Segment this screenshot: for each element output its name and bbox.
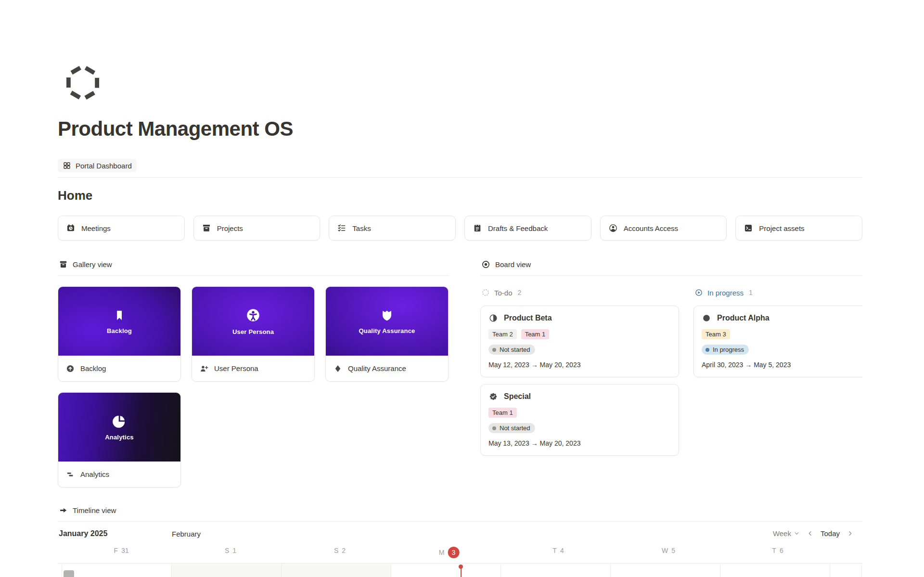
project-assets-button[interactable]: Project assets bbox=[735, 216, 862, 241]
terminal-icon bbox=[744, 223, 753, 233]
tasks-button[interactable]: Tasks bbox=[329, 216, 456, 241]
timeline-grid[interactable] bbox=[58, 563, 862, 577]
timeline-day: S1 bbox=[225, 547, 236, 554]
status-dot bbox=[492, 426, 496, 430]
week-zoom-dropdown[interactable]: Week bbox=[773, 529, 800, 538]
notepad-icon bbox=[473, 223, 482, 233]
board-card-title: Product Alpha bbox=[717, 314, 770, 322]
grid-line bbox=[830, 564, 830, 577]
board-card-title-row: Product Alpha bbox=[702, 313, 862, 323]
chevron-left-icon[interactable] bbox=[807, 530, 814, 537]
gallery-card-user-persona[interactable]: User Persona User Persona bbox=[192, 286, 315, 382]
person-circle-icon bbox=[608, 223, 618, 233]
gallery-cover: Backlog bbox=[58, 287, 180, 356]
chevron-right-icon[interactable] bbox=[847, 530, 854, 537]
timeline-month-primary: January 2025 bbox=[59, 529, 107, 538]
board-card-title-row: Product Beta bbox=[488, 313, 671, 323]
grid-line bbox=[391, 564, 391, 577]
status-dot bbox=[492, 348, 496, 352]
gallery-card-quality-assurance[interactable]: Quality Assurance Quality Assurance bbox=[325, 286, 449, 382]
board-column-header-todo[interactable]: To-do 2 bbox=[480, 288, 679, 297]
grid-line bbox=[720, 564, 720, 577]
quick-link-label: Project assets bbox=[759, 224, 804, 232]
cover-label: Analytics bbox=[105, 434, 134, 441]
drafts-feedback-button[interactable]: Drafts & Feedback bbox=[464, 216, 591, 241]
checklist-icon bbox=[337, 223, 346, 233]
board-card-special[interactable]: Special Team 1 Not started bbox=[480, 384, 679, 456]
grid-line bbox=[171, 564, 172, 577]
timeline-section: Timeline view January 2025 February Week… bbox=[58, 504, 862, 577]
board-view-header[interactable]: Board view bbox=[480, 258, 862, 276]
accessibility-icon bbox=[245, 307, 261, 323]
projects-button[interactable]: Projects bbox=[193, 216, 321, 241]
gallery-cover: Quality Assurance bbox=[326, 287, 448, 356]
board-column-todo: To-do 2 bbox=[480, 288, 679, 456]
grid-line bbox=[500, 564, 501, 577]
gallery-cover: User Persona bbox=[192, 287, 314, 356]
today-marker-line bbox=[461, 568, 462, 577]
date-range: May 12, 2023 → May 20, 2023 bbox=[488, 361, 671, 369]
board-column-header-in-progress[interactable]: In progress 1 bbox=[693, 288, 862, 297]
timeline-view-header[interactable]: Timeline view bbox=[58, 504, 862, 522]
chevron-down-icon bbox=[794, 530, 800, 537]
cover-label: Backlog bbox=[107, 327, 132, 334]
board-column-name: To-do bbox=[494, 289, 513, 297]
board-card-title-row: Special bbox=[488, 392, 671, 401]
gallery-view-header[interactable]: Gallery view bbox=[58, 258, 449, 276]
page-title: Product Management OS bbox=[58, 117, 862, 141]
tag: Team 3 bbox=[702, 329, 730, 339]
quick-link-label: Meetings bbox=[81, 224, 111, 232]
board-card-product-beta[interactable]: Product Beta Team 2 Team 1 Not started bbox=[480, 306, 679, 377]
meetings-button[interactable]: Meetings bbox=[58, 216, 185, 241]
tag-row: Team 3 bbox=[702, 329, 862, 339]
timeline-view-label: Timeline view bbox=[73, 506, 116, 514]
shield-icon bbox=[380, 308, 394, 322]
cover-label: Quality Assurance bbox=[359, 327, 415, 334]
tab-portal-dashboard[interactable]: Portal Dashboard bbox=[58, 159, 137, 172]
timeline-day-today: M3 bbox=[439, 547, 460, 558]
grid-line bbox=[861, 564, 862, 577]
timeline-day: W5 bbox=[662, 547, 675, 554]
status-badge: Not started bbox=[488, 345, 535, 355]
board-card-product-alpha[interactable]: Product Alpha Team 3 In progress bbox=[693, 306, 862, 377]
calendar-clock-icon bbox=[66, 223, 76, 233]
seal-check-icon bbox=[488, 392, 498, 401]
bar-chart-icon bbox=[65, 470, 75, 479]
tag: Team 1 bbox=[488, 408, 517, 418]
gallery-card-analytics[interactable]: Analytics Analytics bbox=[58, 392, 181, 487]
gallery-card-title: Backlog bbox=[80, 364, 106, 372]
page-logo bbox=[58, 0, 862, 102]
accounts-access-button[interactable]: Accounts Access bbox=[600, 216, 727, 241]
hexagon-logo-icon bbox=[58, 64, 862, 102]
gallery-card-title: Analytics bbox=[80, 470, 109, 478]
timeline-date-row: F31 S1 S2 M3 T4 W5 T6 bbox=[58, 546, 862, 561]
gallery-card-backlog[interactable]: Backlog Backlog bbox=[58, 286, 181, 382]
gallery-grid: Backlog Backlog bbox=[58, 286, 449, 487]
divider bbox=[58, 177, 862, 178]
timeline-day: T6 bbox=[772, 547, 783, 554]
timeline-item-stub[interactable] bbox=[64, 570, 74, 577]
timeline-day: F31 bbox=[114, 547, 128, 554]
gallery-card-title: Quality Assurance bbox=[348, 364, 406, 372]
board-section: Board view To-do 2 bbox=[480, 258, 862, 487]
timeline-month-row: January 2025 February Week Today bbox=[58, 526, 862, 543]
tab-label: Portal Dashboard bbox=[76, 162, 132, 170]
arrow-up-circle-icon bbox=[65, 364, 75, 373]
quick-links-row: Meetings Projects Tasks bbox=[58, 216, 862, 241]
today-button[interactable]: Today bbox=[821, 529, 840, 538]
tag: Team 2 bbox=[488, 329, 517, 339]
gallery-cover: Analytics bbox=[58, 393, 180, 462]
today-badge: 3 bbox=[448, 547, 459, 558]
tab-row: Portal Dashboard bbox=[58, 159, 862, 172]
archive-box-icon bbox=[59, 260, 68, 269]
grid-line bbox=[62, 564, 62, 577]
bookmark-icon bbox=[112, 308, 127, 322]
section-title: Home bbox=[58, 188, 862, 203]
arrow-right-icon bbox=[59, 506, 68, 515]
board-column-count: 2 bbox=[518, 289, 522, 296]
status-badge: In progress bbox=[702, 345, 749, 355]
board-columns: To-do 2 bbox=[480, 288, 862, 456]
dashed-circle-icon bbox=[481, 288, 490, 297]
contrast-icon bbox=[488, 313, 498, 323]
person-add-icon bbox=[199, 364, 209, 373]
